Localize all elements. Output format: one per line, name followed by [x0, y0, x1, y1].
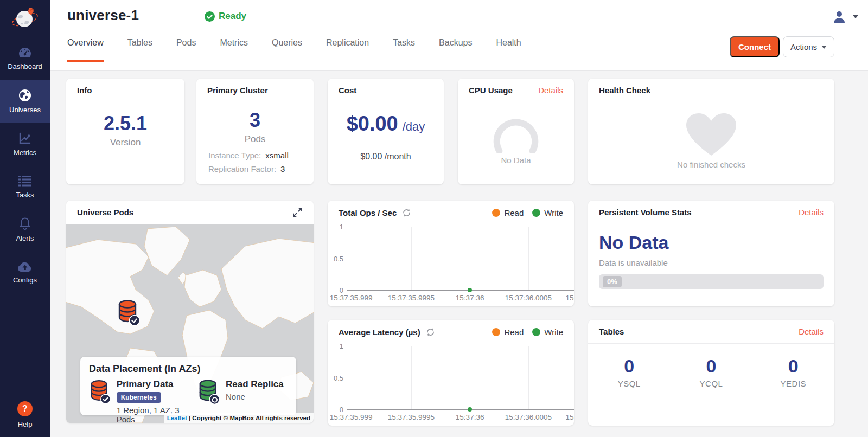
y-tick-label: 1	[340, 342, 343, 350]
attribution-text: Copyright © MapBox All rights reserved	[192, 415, 310, 421]
cost-unit: /day	[403, 120, 425, 134]
placement-title: Data Placement (In AZs)	[89, 363, 288, 375]
pod-map-marker[interactable]	[117, 299, 141, 329]
primary-database-icon	[89, 379, 111, 405]
health-check-card: Health Check No finished checks	[588, 79, 834, 184]
card-title: Universe Pods	[77, 208, 133, 217]
tables-details-link[interactable]: Details	[799, 327, 824, 336]
replication-factor-value: 3	[280, 164, 285, 173]
help-icon: ?	[17, 401, 33, 416]
y-tick-label: 0	[340, 286, 343, 294]
tab-metrics[interactable]: Metrics	[220, 38, 248, 62]
ysql-count-cell: 0 YSQL	[588, 356, 670, 388]
sidebar-item-configs[interactable]: Configs	[0, 251, 50, 294]
chart-legend: Read Write	[492, 208, 563, 217]
check-circle-icon	[205, 11, 215, 22]
tab-replication[interactable]: Replication	[326, 38, 369, 62]
list-icon	[18, 175, 32, 187]
instance-type-value: xsmall	[265, 151, 289, 160]
user-menu[interactable]	[818, 0, 858, 34]
status-badge: Ready	[205, 11, 246, 22]
cloud-upload-icon	[17, 261, 33, 272]
user-avatar-icon	[832, 10, 846, 24]
tab-pods[interactable]: Pods	[176, 38, 196, 62]
instance-type-row: Instance Type:xsmall	[208, 151, 289, 160]
gauge-arc-icon	[483, 111, 548, 153]
x-tick-label: 15:37:36.0005	[505, 294, 552, 302]
chart-plot-area[interactable]: 1 0.5 0 15:37:35.999 15:37:35.9995 15:37…	[347, 346, 574, 409]
x-tick-label: 15:37:36	[456, 413, 484, 421]
tab-bar: Overview Tables Pods Metrics Queries Rep…	[67, 38, 521, 62]
write-legend-label: Write	[544, 208, 563, 217]
instance-type-key: Instance Type:	[208, 151, 261, 160]
version-number: 2.5.1	[104, 112, 147, 135]
kubernetes-badge: Kubernetes	[117, 392, 161, 403]
sidebar-item-alerts[interactable]: Alerts	[0, 208, 50, 251]
tab-overview[interactable]: Overview	[67, 38, 104, 62]
refresh-icon[interactable]	[402, 208, 411, 217]
sidebar-item-tasks[interactable]: Tasks	[0, 165, 50, 208]
tables-card: Tables Details 0 YSQL 0 YCQL 0 YEDIS	[588, 320, 834, 426]
replication-factor-row: Replication Factor:3	[208, 164, 289, 173]
planet-rocket-icon	[11, 5, 39, 32]
cost-per-month: $0.00 /month	[360, 152, 411, 162]
status-label: Ready	[219, 11, 246, 22]
ycql-count-cell: 0 YCQL	[670, 356, 752, 388]
yedis-count-cell: 0 YEDIS	[752, 356, 834, 388]
x-tick-label: 15:37:36.0005	[505, 413, 552, 421]
card-title: Primary Cluster	[207, 86, 268, 95]
chart-title: Total Ops / Sec	[339, 208, 397, 217]
pods-count: 3	[250, 109, 260, 132]
expand-icon[interactable]	[292, 207, 303, 217]
tab-tables[interactable]: Tables	[127, 38, 152, 62]
bell-icon	[18, 217, 31, 230]
yugabyte-logo[interactable]	[0, 0, 50, 37]
average-latency-chart-card: Average Latency (µs) Read Write 1 0.5 0 …	[328, 320, 574, 426]
chart-plot-area[interactable]: 1 0.5 0 15:37:35.999 15:37:35.9995 15:37…	[347, 227, 574, 290]
data-placement-panel: Data Placement (In AZs) Primary Data K	[80, 357, 296, 415]
card-title: Cost	[339, 86, 356, 95]
tab-health[interactable]: Health	[496, 38, 521, 62]
sidebar-item-label: Help	[18, 420, 33, 428]
sidebar-item-help[interactable]: ? Help	[0, 401, 50, 428]
ysql-label: YSQL	[618, 379, 641, 388]
info-card: Info 2.5.1 Version	[66, 79, 184, 184]
pvs-unavailable-text: Data is unavailable	[599, 258, 668, 267]
pvs-no-data: No Data	[599, 232, 668, 253]
sidebar-item-dashboard[interactable]: Dashboard	[0, 37, 50, 80]
cpu-details-link[interactable]: Details	[538, 86, 563, 95]
chart-icon	[18, 132, 31, 145]
y-tick-label: 0.5	[334, 374, 343, 382]
cpu-usage-card: CPU Usage Details No Data	[458, 79, 574, 184]
write-data-point	[468, 288, 472, 292]
x-tick-label: 15:37:36	[456, 294, 484, 302]
y-tick-label: 1	[340, 223, 343, 231]
attribution-separator: |	[189, 415, 190, 421]
cost-per-day: $0.00	[347, 112, 398, 136]
sidebar-item-universes[interactable]: Universes	[0, 80, 50, 123]
sidebar-item-label: Metrics	[14, 149, 36, 157]
actions-button-label: Actions	[790, 42, 817, 52]
ysql-count: 0	[624, 356, 634, 377]
world-map[interactable]: Data Placement (In AZs) Primary Data K	[66, 224, 314, 423]
tab-backups[interactable]: Backups	[439, 38, 472, 62]
connect-button[interactable]: Connect	[730, 36, 780, 57]
refresh-icon[interactable]	[426, 327, 435, 337]
database-marker-icon	[117, 299, 141, 326]
sidebar-item-metrics[interactable]: Metrics	[0, 123, 50, 165]
leaflet-link[interactable]: Leaflet	[167, 415, 187, 421]
chart-title: Average Latency (µs)	[339, 327, 420, 337]
tab-tasks[interactable]: Tasks	[393, 38, 415, 62]
pvs-details-link[interactable]: Details	[799, 208, 824, 217]
gauge-icon	[18, 47, 32, 59]
card-title: CPU Usage	[469, 86, 513, 95]
read-legend-label: Read	[504, 208, 524, 217]
primary-data-label: Primary Data	[117, 379, 197, 390]
chevron-down-icon	[853, 15, 858, 18]
actions-button[interactable]: Actions	[783, 36, 834, 57]
persistent-volume-stats-card: Persistent Volume Stats Details No Data …	[588, 201, 834, 306]
tab-queries[interactable]: Queries	[272, 38, 302, 62]
total-ops-chart-card: Total Ops / Sec Read Write 1 0.5 0 15:37…	[328, 201, 574, 306]
read-legend-dot	[492, 209, 500, 217]
universe-overview-page: Dashboard Universes Metrics	[0, 0, 868, 437]
